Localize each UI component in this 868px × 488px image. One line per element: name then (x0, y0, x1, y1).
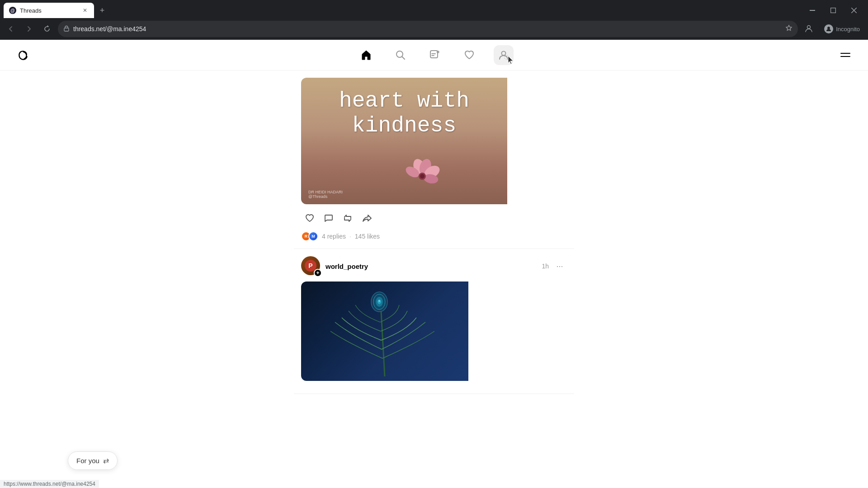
post-1: heart withkindness (294, 70, 574, 249)
nav-compose-button[interactable] (425, 45, 445, 65)
kindness-image: heart withkindness (301, 78, 507, 204)
poetry-image (301, 282, 468, 381)
forward-button[interactable] (22, 22, 36, 36)
post-2-meta: 1h ··· (542, 259, 567, 273)
svg-point-30 (378, 300, 380, 302)
post-2-more-button[interactable]: ··· (552, 259, 567, 273)
tab-favicon: @ (9, 7, 16, 14)
nav-home-button[interactable] (356, 45, 376, 65)
repost-button-1[interactable] (339, 210, 356, 227)
tab-close-button[interactable]: ✕ (81, 7, 89, 14)
peacock-feather-svg (317, 286, 453, 376)
stat-avatars: R M (301, 231, 318, 241)
status-bar: https://www.threads.net/@ma.ine4254 (0, 480, 99, 488)
new-tab-button[interactable]: + (96, 4, 108, 17)
address-bar[interactable]: threads.net/@ma.ine4254 (58, 21, 798, 37)
for-you-label: For you (76, 457, 99, 465)
nav-activity-button[interactable] (459, 45, 479, 65)
incognito-button[interactable]: Incognito (820, 23, 864, 35)
post-1-stats: R M 4 replies · 145 likes (294, 231, 574, 241)
comment-button-1[interactable] (320, 210, 337, 227)
avatar-add-button[interactable]: + (314, 269, 322, 277)
like-button-1[interactable] (301, 210, 318, 227)
reload-button[interactable] (40, 22, 54, 36)
svg-point-5 (807, 26, 811, 29)
svg-rect-1 (831, 8, 836, 13)
incognito-label: Incognito (836, 26, 860, 33)
post-2-avatar-wrapper: P + (301, 256, 321, 276)
svg-point-8 (26, 53, 27, 54)
kindness-text: heart withkindness (339, 89, 469, 138)
threads-nav (0, 40, 868, 70)
status-url: https://www.threads.net/@ma.ine4254 (4, 481, 95, 487)
svg-point-14 (502, 51, 506, 55)
menu-line-1 (840, 53, 850, 54)
stat-separator: · (349, 233, 351, 240)
bookmark-icon[interactable] (785, 24, 793, 33)
svg-line-10 (402, 56, 405, 59)
minimize-button[interactable] (802, 3, 823, 18)
feed-content: heart withkindness (0, 70, 868, 488)
kindness-flower (400, 153, 445, 195)
svg-rect-0 (810, 10, 815, 11)
browser-chrome: @ Threads ✕ + (0, 0, 868, 40)
incognito-icon (824, 24, 833, 33)
maximize-button[interactable] (823, 3, 844, 18)
page-content: heart withkindness (0, 40, 868, 488)
window-controls (802, 3, 864, 18)
post-2: P + world_poetry 1h ··· (294, 249, 574, 394)
tab-title: Threads (20, 7, 78, 14)
url-text: threads.net/@ma.ine4254 (73, 25, 782, 33)
lock-icon (63, 25, 70, 33)
post-2-username-area: world_poetry (326, 263, 368, 270)
active-tab[interactable]: @ Threads ✕ (4, 3, 94, 18)
kindness-main-text: heart withkindness (339, 89, 469, 138)
nav-profile-button[interactable] (494, 45, 514, 65)
nav-menu-button[interactable] (837, 47, 854, 63)
menu-line-2 (840, 56, 850, 57)
stat-avatar-2: M (308, 231, 318, 241)
kindness-attribution: DR HEIDI HADARI @Threads (308, 190, 343, 199)
likes-count: 145 likes (355, 233, 380, 240)
svg-rect-4 (64, 28, 69, 31)
address-bar-row: threads.net/@ma.ine4254 Incognito (0, 18, 868, 40)
tab-bar: @ Threads ✕ + (0, 0, 868, 18)
share-button-1[interactable] (358, 210, 375, 227)
svg-point-22 (420, 174, 425, 178)
post-1-actions (294, 210, 574, 227)
feed-inner: heart withkindness (294, 70, 574, 394)
svg-rect-11 (430, 51, 438, 58)
profile-button[interactable] (802, 22, 816, 36)
replies-count: 4 replies (322, 233, 346, 240)
post-2-header: P + world_poetry 1h ··· (294, 256, 574, 276)
close-window-button[interactable] (844, 3, 864, 18)
post-2-user: P + world_poetry (301, 256, 368, 276)
nav-search-button[interactable] (391, 45, 410, 65)
refresh-icon: ⇄ (103, 456, 109, 465)
for-you-pill[interactable]: For you ⇄ (68, 451, 118, 470)
threads-logo[interactable] (14, 46, 33, 64)
nav-icons (356, 45, 514, 65)
back-button[interactable] (4, 22, 18, 36)
post-2-username[interactable]: world_poetry (326, 263, 368, 270)
svg-text:P: P (308, 262, 312, 269)
post-2-time: 1h (542, 263, 549, 270)
